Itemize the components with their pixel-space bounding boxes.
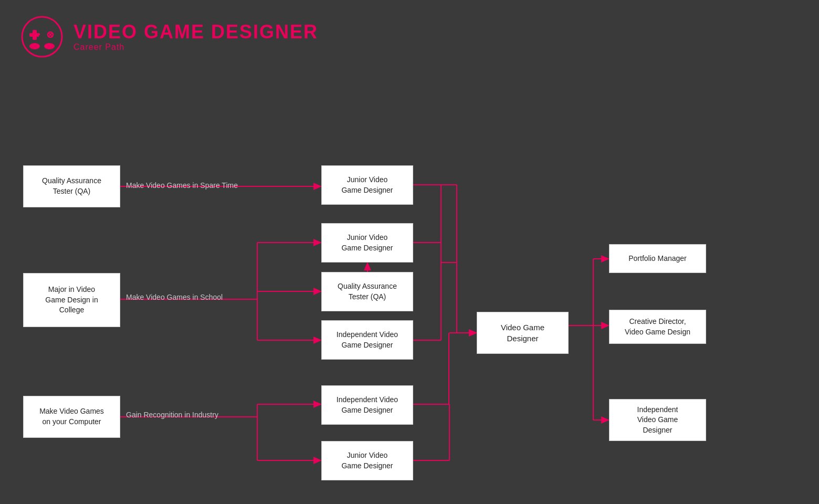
box-qa-col2: Quality AssuranceTester (QA) [321, 272, 413, 311]
box-jr-designer-3: Junior VideoGame Designer [321, 441, 413, 480]
box-jr-designer-1: Junior VideoGame Designer [321, 165, 413, 205]
svg-rect-2 [33, 30, 37, 40]
box-jr-designer-2: Junior VideoGame Designer [321, 223, 413, 262]
career-path-diagram: Quality AssuranceTester (QA) Make Video … [0, 68, 819, 504]
header: VIDEO GAME DESIGNER Career Path [0, 0, 819, 74]
box-college-major: Major in VideoGame Design inCollege [23, 273, 120, 327]
box-indie-designer-1: Independent VideoGame Designer [321, 320, 413, 360]
svg-rect-5 [39, 35, 45, 38]
title-block: VIDEO GAME DESIGNER Career Path [74, 22, 318, 52]
box-portfolio-manager: Portfolio Manager [609, 244, 706, 273]
box-creative-director: Creative Director,Video Game Design [609, 310, 706, 344]
page-title: VIDEO GAME DESIGNER [74, 22, 318, 43]
box-indie-designer-final: IndependentVideo GameDesigner [609, 399, 706, 441]
label-spare-time: Make Video Games in Spare Time [126, 181, 238, 190]
label-school: Make Video Games in School [126, 293, 223, 301]
box-qa-tester: Quality AssuranceTester (QA) [23, 165, 120, 207]
box-indie-designer-2: Independent VideoGame Designer [321, 385, 413, 425]
logo-icon [21, 16, 63, 58]
box-make-games-computer: Make Video Gameson your Computer [23, 396, 120, 438]
svg-point-8 [29, 43, 40, 49]
svg-point-9 [44, 43, 55, 49]
box-vg-designer: Video GameDesigner [477, 312, 569, 354]
page-subtitle: Career Path [74, 43, 318, 52]
label-recognition: Gain Recognition in Industry [126, 411, 218, 419]
